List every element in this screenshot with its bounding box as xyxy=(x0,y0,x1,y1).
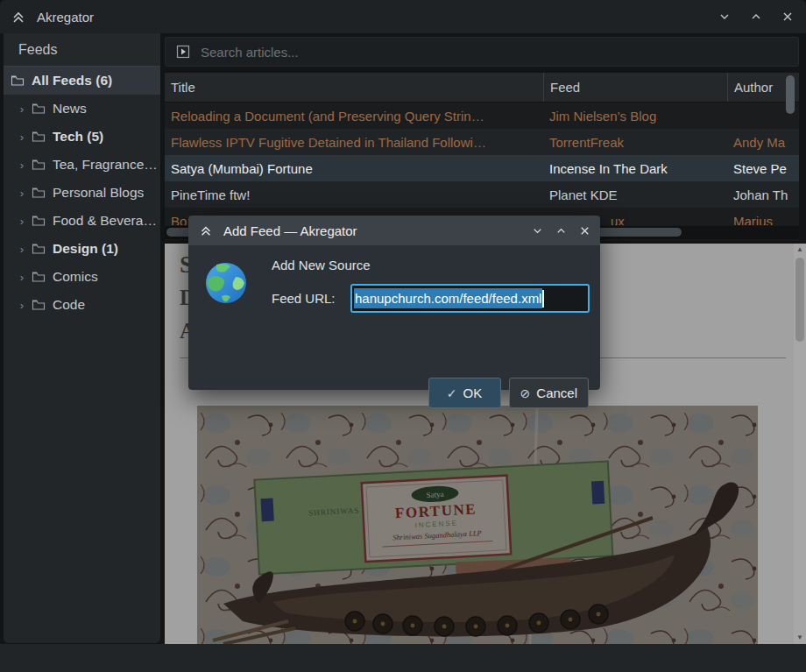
window-bottom-strip xyxy=(0,644,806,672)
sidebar-item-label: Tea, Fragrance… xyxy=(53,157,158,173)
column-header-feed[interactable]: Feed xyxy=(543,73,727,102)
feed-url-input[interactable]: hanupchurch.com/feed/feed.xml xyxy=(350,284,590,313)
folder-icon xyxy=(11,74,25,88)
close-icon[interactable] xyxy=(776,5,799,28)
viewer-vscrollbar[interactable]: ▲ ▼ xyxy=(794,244,806,644)
folder-icon xyxy=(32,130,46,144)
sidebar-item-label: Tech (5) xyxy=(53,129,103,145)
table-row[interactable]: PineTime ftw! Planet KDE Johan Th xyxy=(165,181,799,208)
cell-author: Steve Pe xyxy=(727,155,799,181)
ok-button[interactable]: ✓ OK xyxy=(428,378,501,408)
article-list-header: Title Feed Author xyxy=(165,73,799,103)
expand-chevron-icon[interactable]: › xyxy=(12,244,32,255)
ok-button-label: OK xyxy=(463,386,483,400)
cell-author: Andy Ma xyxy=(727,129,799,155)
sidebar-item-label: Design (1) xyxy=(53,241,118,257)
viewer-scrollbar-thumb[interactable] xyxy=(795,258,804,342)
cell-author: Johan Th xyxy=(727,181,799,208)
cancel-slash-icon: ⊘ xyxy=(520,386,531,400)
article-photo: SHRINIWAS SUGANDHAL Satya FORTUNE INCENS… xyxy=(197,406,758,644)
scroll-down-icon[interactable]: ▼ xyxy=(794,633,806,642)
folder-icon xyxy=(32,298,46,312)
dialog-minimize-icon[interactable] xyxy=(531,224,544,237)
sidebar-item-tea-fragrance[interactable]: › Tea, Fragrance… xyxy=(4,151,160,179)
add-feed-dialog: Add Feed — Akregator xyxy=(188,216,600,390)
check-icon: ✓ xyxy=(447,386,457,400)
dialog-titlebar[interactable]: Add Feed — Akregator xyxy=(188,216,600,245)
sidebar-item-personal-blogs[interactable]: › Personal Blogs xyxy=(4,179,160,207)
search-placeholder: Search articles... xyxy=(201,45,299,60)
akregator-app-icon xyxy=(11,9,26,25)
expand-chevron-icon[interactable]: › xyxy=(12,216,32,227)
scroll-up-icon[interactable]: ▲ xyxy=(794,245,806,254)
feed-url-label: Feed URL: xyxy=(272,291,336,306)
window-title: Akregator xyxy=(37,10,94,25)
sidebar-item-comics[interactable]: › Comics xyxy=(4,263,160,291)
sidebar-item-label: News xyxy=(53,101,87,117)
sidebar-item-label: All Feeds (6) xyxy=(32,73,112,88)
expand-chevron-icon[interactable]: › xyxy=(12,159,32,171)
cell-feed: TorrentFreak xyxy=(543,129,727,155)
article-rows: Reloading a Document (and Preserving Que… xyxy=(165,103,799,225)
cell-feed: Planet KDE xyxy=(543,181,727,208)
feeds-sidebar: Feeds All Feeds (6) › News › Tech (5) › … xyxy=(4,33,160,643)
sidebar-item-label: Comics xyxy=(53,269,98,285)
sidebar-item-tech[interactable]: › Tech (5) xyxy=(4,123,160,151)
cell-feed: Jim Nielsen’s Blog xyxy=(543,103,727,129)
sidebar-item-label: Code xyxy=(53,297,85,313)
cancel-button-label: Cancel xyxy=(536,386,577,400)
text-caret xyxy=(542,290,544,308)
dialog-title: Add Feed — Akregator xyxy=(223,223,357,238)
sidebar-item-news[interactable]: › News xyxy=(4,95,160,123)
sidebar-header: Feeds xyxy=(4,33,160,67)
sidebar-item-label: Personal Blogs xyxy=(53,185,144,201)
cell-author: Marius xyxy=(727,208,799,225)
search-input[interactable]: Search articles... xyxy=(165,37,799,67)
globe-icon xyxy=(204,261,248,305)
expand-chevron-icon[interactable]: › xyxy=(12,187,32,199)
dialog-close-icon[interactable] xyxy=(578,224,591,237)
expand-chevron-icon[interactable]: › xyxy=(12,103,32,115)
folder-icon xyxy=(32,158,46,172)
search-filter-icon xyxy=(176,45,190,59)
dialog-app-icon xyxy=(199,223,213,237)
cell-title: Reloading a Document (and Preserving Que… xyxy=(165,103,543,129)
window-titlebar[interactable]: Akregator xyxy=(0,0,806,33)
cancel-button[interactable]: ⊘ Cancel xyxy=(509,378,589,408)
column-header-title[interactable]: Title xyxy=(165,73,543,102)
feed-url-selected-text: hanupchurch.com/feed/feed.xml xyxy=(354,288,542,308)
sidebar-item-design[interactable]: › Design (1) xyxy=(4,235,160,263)
sidebar-item-code[interactable]: › Code xyxy=(4,291,160,319)
cell-title: Satya (Mumbai) Fortune xyxy=(165,155,543,181)
folder-icon xyxy=(32,214,46,228)
maximize-icon[interactable] xyxy=(745,5,767,28)
cell-feed: Incense In The Dark xyxy=(543,155,727,181)
dialog-heading: Add New Source xyxy=(272,258,371,272)
table-row[interactable]: Reloading a Document (and Preserving Que… xyxy=(165,103,799,129)
dialog-maximize-icon[interactable] xyxy=(555,224,568,237)
minimize-icon[interactable] xyxy=(713,5,736,28)
sidebar-item-all-feeds[interactable]: All Feeds (6) xyxy=(4,67,160,95)
expand-chevron-icon[interactable]: › xyxy=(12,272,32,283)
expand-chevron-icon[interactable]: › xyxy=(12,300,32,311)
article-list-vscrollbar[interactable] xyxy=(786,75,795,114)
cell-title: Flawless IPTV Fugitive Detained in Thail… xyxy=(165,129,543,155)
folder-icon xyxy=(32,102,46,116)
folder-icon xyxy=(32,242,46,256)
table-row[interactable]: Flawless IPTV Fugitive Detained in Thail… xyxy=(165,129,799,155)
dialog-body: Add New Source Feed URL: hanupchurch.com… xyxy=(188,245,600,390)
sidebar-item-food-beverage[interactable]: › Food & Bevera… xyxy=(4,207,160,235)
cell-title: PineTime ftw! xyxy=(165,181,543,208)
sidebar-item-label: Food & Bevera… xyxy=(53,213,157,229)
folder-icon xyxy=(32,270,46,284)
folder-icon xyxy=(32,186,46,200)
expand-chevron-icon[interactable]: › xyxy=(12,131,32,143)
table-row-selected[interactable]: Satya (Mumbai) Fortune Incense In The Da… xyxy=(165,155,799,181)
akregator-window: Akregator Feeds All Feeds (6) › News › xyxy=(0,0,806,672)
